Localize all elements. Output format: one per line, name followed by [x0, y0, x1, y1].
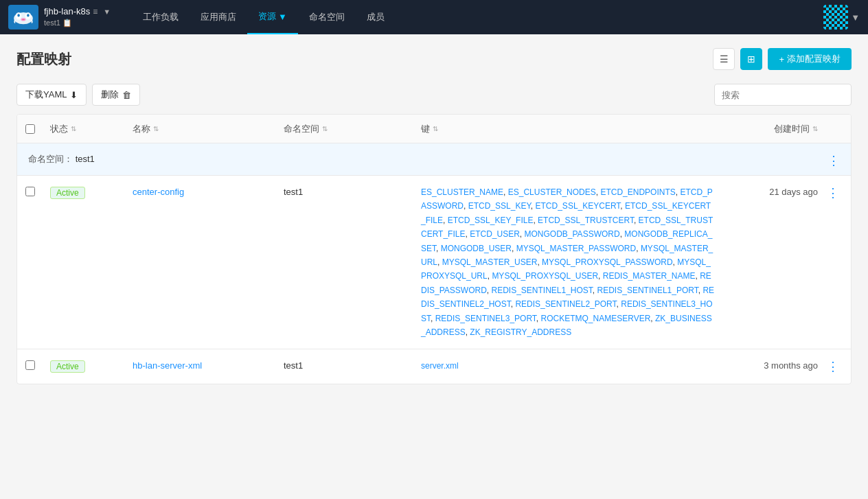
th-created: 创建时间 ⇅ — [718, 123, 821, 135]
add-icon: + — [779, 54, 784, 65]
row2-checkbox-cell — [23, 356, 47, 373]
trash-icon: 🗑 — [122, 90, 131, 100]
grid-icon: ⊞ — [747, 54, 755, 65]
cluster-name[interactable]: fjhb-lan-k8s ≡ ▼ — [44, 5, 111, 18]
nav-resources[interactable]: 资源 ▼ — [247, 0, 298, 34]
row1-checkbox[interactable] — [25, 187, 35, 196]
key-item: MONGODB_PASSWORD — [525, 229, 620, 239]
key-item: ETCD_SSL_TRUSTCERT — [538, 216, 634, 225]
nav-members[interactable]: 成员 — [356, 0, 396, 34]
page-header: 配置映射 ☰ ⊞ + 添加配置映射 — [16, 48, 852, 70]
key-item: ROCKETMQ_NAMESERVER — [541, 314, 651, 323]
config-table: 状态 ⇅ 名称 ⇅ 命名空间 ⇅ 键 ⇅ 创建时间 ⇅ — [16, 114, 852, 384]
th-keys: 键 ⇅ — [418, 123, 718, 135]
add-configmap-button[interactable]: + 添加配置映射 — [768, 48, 852, 70]
namespace-sort-icon[interactable]: ⇅ — [322, 125, 328, 132]
key-item: ETCD_USER — [470, 229, 520, 239]
nav-appstore[interactable]: 应用商店 — [190, 0, 247, 34]
status-badge: Active — [50, 360, 85, 373]
svg-point-3 — [17, 14, 19, 16]
table-header: 状态 ⇅ 名称 ⇅ 命名空间 ⇅ 键 ⇅ 创建时间 ⇅ — [17, 115, 851, 143]
delete-button[interactable]: 删除 🗑 — [92, 84, 140, 106]
name-sort-icon[interactable]: ⇅ — [153, 125, 159, 132]
key-item: REDIS_SENTINEL1_HOST — [491, 286, 592, 295]
row1-keys: ES_CLUSTER_NAME, ES_CLUSTER_NODES, ETCD_… — [418, 183, 718, 342]
logo-area: fjhb-lan-k8s ≡ ▼ test1 📋 — [8, 5, 132, 30]
table-row: Active center-config test1 ES_CLUSTER_NA… — [17, 176, 851, 349]
toolbar-left: 下载YAML ⬇ 删除 🗑 — [16, 84, 140, 106]
row1-status: Active — [47, 183, 130, 202]
cluster-dropdown-arrow: ▼ — [103, 7, 111, 17]
key-item: MONGODB_USER — [441, 244, 512, 253]
row1-checkbox-cell — [23, 183, 47, 199]
key-item: ETCD_ENDPOINTS — [600, 187, 675, 197]
search-input[interactable] — [722, 90, 844, 100]
th-checkbox — [23, 124, 47, 134]
row2-status: Active — [47, 356, 130, 375]
search-box — [714, 84, 852, 106]
key-item: ES_CLUSTER_NAME — [421, 187, 503, 197]
select-all-checkbox[interactable] — [25, 124, 35, 134]
key-item: REDIS_SENTINEL2_PORT — [515, 299, 616, 309]
cluster-info: fjhb-lan-k8s ≡ ▼ test1 📋 — [44, 5, 111, 29]
th-namespace: 命名空间 ⇅ — [281, 123, 418, 135]
key-item: MYSQL_MASTER_USER — [442, 257, 538, 267]
cluster-subname[interactable]: test1 📋 — [44, 18, 111, 28]
topnav: fjhb-lan-k8s ≡ ▼ test1 📋 工作负载 应用商店 资源 ▼ … — [0, 0, 868, 34]
key-item: REDIS_SENTINEL3_PORT — [435, 314, 536, 323]
th-status: 状态 ⇅ — [47, 123, 130, 135]
group-row-test1: 命名空间： test1 ⋮ — [17, 143, 851, 176]
key-item: MYSQL_PROXYSQL_PASSWORD — [542, 257, 673, 267]
svg-point-7 — [23, 19, 24, 20]
row2-more-button[interactable]: ⋮ — [821, 356, 845, 377]
row2-namespace: test1 — [281, 356, 418, 373]
group-more-button[interactable]: ⋮ — [827, 150, 840, 168]
row2-created: 3 months ago — [718, 356, 821, 373]
key-item: ES_CLUSTER_NODES — [508, 187, 596, 197]
key-item: ETCD_SSL_KEYCERT — [536, 201, 621, 211]
nav-workload[interactable]: 工作负载 — [132, 0, 190, 34]
row2-name: hb-lan-server-xml — [130, 356, 281, 373]
svg-point-6 — [22, 19, 23, 20]
table-row: Active hb-lan-server-xml test1 server.xm… — [17, 349, 851, 384]
download-yaml-button[interactable]: 下载YAML ⬇ — [16, 84, 87, 106]
key-item: server.xml — [421, 361, 459, 371]
download-icon: ⬇ — [70, 90, 78, 100]
header-actions: ☰ ⊞ + 添加配置映射 — [713, 48, 852, 70]
row1-created: 21 days ago — [718, 183, 821, 200]
key-item: ETCD_SSL_KEY — [468, 201, 531, 211]
nav-namespace[interactable]: 命名空间 — [298, 0, 356, 34]
row1-namespace: test1 — [281, 183, 418, 200]
view-list-button[interactable]: ☰ — [713, 48, 735, 70]
nav-right: ▼ — [823, 5, 860, 30]
keys-sort-icon[interactable]: ⇅ — [433, 125, 438, 132]
key-item: MYSQL_MASTER_PASSWORD — [516, 244, 636, 253]
key-item: REDIS_MASTER_NAME — [603, 271, 696, 281]
row1-name-link[interactable]: center-config — [133, 187, 184, 197]
row2-checkbox[interactable] — [25, 360, 35, 370]
status-sort-icon[interactable]: ⇅ — [71, 125, 76, 132]
page-content: 配置映射 ☰ ⊞ + 添加配置映射 下载YAML ⬇ 删除 🗑 — [0, 34, 868, 398]
logo-icon — [8, 5, 38, 30]
created-sort-icon[interactable]: ⇅ — [812, 125, 818, 132]
status-badge: Active — [50, 187, 85, 199]
svg-point-5 — [21, 18, 26, 21]
page-title: 配置映射 — [16, 50, 71, 69]
key-item: ZK_REGISTRY_ADDRESS — [470, 327, 571, 337]
user-avatar[interactable] — [823, 5, 848, 30]
svg-point-4 — [27, 14, 29, 16]
row1-more-button[interactable]: ⋮ — [821, 183, 845, 203]
row2-name-link[interactable]: hb-lan-server-xml — [133, 360, 202, 371]
toolbar: 下载YAML ⬇ 删除 🗑 — [16, 84, 852, 106]
row1-name: center-config — [130, 183, 281, 200]
key-item: ETCD_SSL_KEY_FILE — [448, 216, 534, 225]
user-dropdown-arrow: ▼ — [851, 12, 860, 23]
list-icon: ☰ — [720, 54, 729, 65]
key-item: REDIS_SENTINEL1_PORT — [597, 286, 698, 295]
view-grid-button[interactable]: ⊞ — [740, 48, 762, 70]
nav-items: 工作负载 应用商店 资源 ▼ 命名空间 成员 — [132, 0, 823, 34]
th-name: 名称 ⇅ — [130, 123, 281, 135]
row2-keys: server.xml — [418, 356, 718, 375]
key-item: MYSQL_PROXYSQL_USER — [492, 271, 598, 281]
